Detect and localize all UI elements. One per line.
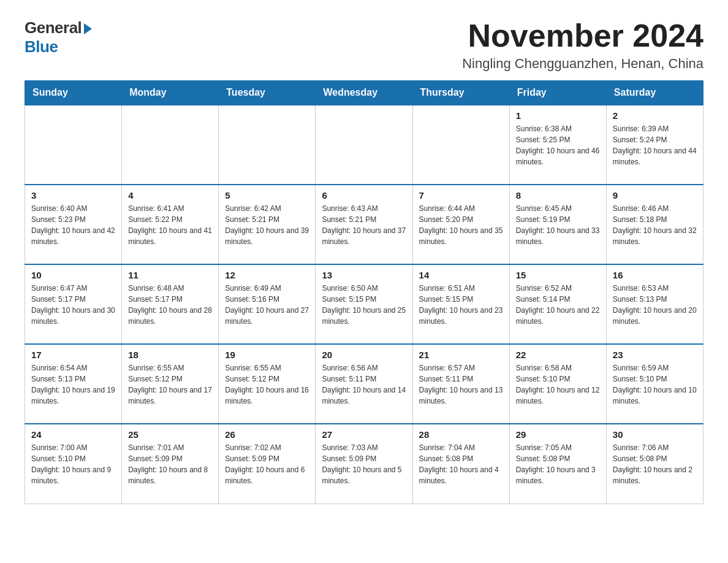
day-info: Sunrise: 7:05 AM Sunset: 5:08 PM Dayligh…: [516, 442, 600, 486]
title-area: November 2024 Ningling Chengguanzhen, He…: [462, 18, 703, 72]
calendar-cell: 29Sunrise: 7:05 AM Sunset: 5:08 PM Dayli…: [509, 424, 606, 504]
day-info: Sunrise: 6:41 AM Sunset: 5:22 PM Dayligh…: [128, 203, 212, 247]
calendar-cell: 4Sunrise: 6:41 AM Sunset: 5:22 PM Daylig…: [122, 185, 219, 264]
day-info: Sunrise: 7:01 AM Sunset: 5:09 PM Dayligh…: [128, 442, 212, 486]
day-number: 1: [516, 110, 600, 121]
day-info: Sunrise: 6:39 AM Sunset: 5:24 PM Dayligh…: [613, 123, 697, 167]
calendar-cell: 1Sunrise: 6:38 AM Sunset: 5:25 PM Daylig…: [509, 105, 606, 185]
day-info: Sunrise: 6:51 AM Sunset: 5:15 PM Dayligh…: [419, 283, 503, 327]
week-row-1: 1Sunrise: 6:38 AM Sunset: 5:25 PM Daylig…: [25, 105, 703, 185]
calendar-cell: 6Sunrise: 6:43 AM Sunset: 5:21 PM Daylig…: [316, 185, 412, 264]
day-info: Sunrise: 6:56 AM Sunset: 5:11 PM Dayligh…: [322, 362, 406, 407]
day-info: Sunrise: 6:47 AM Sunset: 5:17 PM Dayligh…: [31, 283, 115, 327]
calendar-cell: 7Sunrise: 6:44 AM Sunset: 5:20 PM Daylig…: [412, 185, 509, 264]
day-info: Sunrise: 6:40 AM Sunset: 5:23 PM Dayligh…: [31, 203, 115, 247]
day-number: 5: [225, 190, 309, 201]
calendar-cell: 27Sunrise: 7:03 AM Sunset: 5:09 PM Dayli…: [316, 424, 412, 504]
calendar-cell: 15Sunrise: 6:52 AM Sunset: 5:14 PM Dayli…: [509, 264, 606, 344]
calendar-cell: 25Sunrise: 7:01 AM Sunset: 5:09 PM Dayli…: [122, 424, 219, 504]
calendar-cell: [219, 105, 316, 185]
day-info: Sunrise: 6:48 AM Sunset: 5:17 PM Dayligh…: [128, 283, 212, 327]
day-number: 25: [128, 429, 212, 440]
logo-general-text: General: [25, 18, 82, 37]
calendar-cell: 20Sunrise: 6:56 AM Sunset: 5:11 PM Dayli…: [316, 344, 412, 424]
day-info: Sunrise: 7:02 AM Sunset: 5:09 PM Dayligh…: [225, 442, 309, 486]
calendar-cell: 24Sunrise: 7:00 AM Sunset: 5:10 PM Dayli…: [25, 424, 122, 504]
day-info: Sunrise: 7:00 AM Sunset: 5:10 PM Dayligh…: [31, 442, 115, 486]
day-number: 18: [128, 350, 212, 360]
week-row-2: 3Sunrise: 6:40 AM Sunset: 5:23 PM Daylig…: [25, 185, 703, 264]
weekday-header-tuesday: Tuesday: [219, 81, 316, 105]
calendar-cell: 22Sunrise: 6:58 AM Sunset: 5:10 PM Dayli…: [509, 344, 606, 424]
calendar-cell: 11Sunrise: 6:48 AM Sunset: 5:17 PM Dayli…: [122, 264, 219, 344]
day-info: Sunrise: 6:38 AM Sunset: 5:25 PM Dayligh…: [516, 123, 600, 167]
day-number: 12: [225, 270, 309, 280]
calendar-cell: 18Sunrise: 6:55 AM Sunset: 5:12 PM Dayli…: [122, 344, 219, 424]
week-row-5: 24Sunrise: 7:00 AM Sunset: 5:10 PM Dayli…: [25, 424, 703, 504]
day-info: Sunrise: 6:50 AM Sunset: 5:15 PM Dayligh…: [322, 283, 406, 327]
day-number: 30: [613, 429, 697, 440]
day-number: 13: [322, 270, 406, 280]
location-title: Ningling Chengguanzhen, Henan, China: [462, 56, 703, 72]
calendar-cell: 17Sunrise: 6:54 AM Sunset: 5:13 PM Dayli…: [25, 344, 122, 424]
day-info: Sunrise: 6:49 AM Sunset: 5:16 PM Dayligh…: [225, 283, 309, 327]
day-number: 24: [31, 429, 115, 440]
day-number: 8: [516, 190, 600, 201]
day-info: Sunrise: 6:45 AM Sunset: 5:19 PM Dayligh…: [516, 203, 600, 247]
day-info: Sunrise: 6:55 AM Sunset: 5:12 PM Dayligh…: [128, 362, 212, 407]
day-number: 10: [31, 270, 115, 280]
calendar-cell: [25, 105, 122, 185]
day-info: Sunrise: 6:42 AM Sunset: 5:21 PM Dayligh…: [225, 203, 309, 247]
day-number: 4: [128, 190, 212, 201]
calendar-cell: [122, 105, 219, 185]
day-info: Sunrise: 7:06 AM Sunset: 5:08 PM Dayligh…: [613, 442, 697, 486]
calendar-cell: 8Sunrise: 6:45 AM Sunset: 5:19 PM Daylig…: [509, 185, 606, 264]
day-number: 2: [613, 110, 697, 121]
day-number: 22: [516, 350, 600, 360]
weekday-header-monday: Monday: [122, 81, 219, 105]
header-area: General Blue November 2024 Ningling Chen…: [25, 18, 703, 72]
calendar-cell: [412, 105, 509, 185]
calendar-cell: 16Sunrise: 6:53 AM Sunset: 5:13 PM Dayli…: [606, 264, 703, 344]
day-number: 23: [613, 350, 697, 360]
calendar-cell: 13Sunrise: 6:50 AM Sunset: 5:15 PM Dayli…: [316, 264, 412, 344]
day-number: 20: [322, 350, 406, 360]
weekday-header-sunday: Sunday: [25, 81, 122, 105]
day-info: Sunrise: 6:58 AM Sunset: 5:10 PM Dayligh…: [516, 362, 600, 407]
day-info: Sunrise: 6:57 AM Sunset: 5:11 PM Dayligh…: [419, 362, 503, 407]
day-number: 15: [516, 270, 600, 280]
calendar-cell: 10Sunrise: 6:47 AM Sunset: 5:17 PM Dayli…: [25, 264, 122, 344]
day-number: 6: [322, 190, 406, 201]
weekday-header-row: SundayMondayTuesdayWednesdayThursdayFrid…: [25, 81, 703, 105]
calendar-cell: 23Sunrise: 6:59 AM Sunset: 5:10 PM Dayli…: [606, 344, 703, 424]
calendar-cell: 21Sunrise: 6:57 AM Sunset: 5:11 PM Dayli…: [412, 344, 509, 424]
day-info: Sunrise: 6:59 AM Sunset: 5:10 PM Dayligh…: [613, 362, 697, 407]
day-info: Sunrise: 7:04 AM Sunset: 5:08 PM Dayligh…: [419, 442, 503, 486]
day-number: 19: [225, 350, 309, 360]
day-number: 26: [225, 429, 309, 440]
day-number: 7: [419, 190, 503, 201]
day-number: 28: [419, 429, 503, 440]
day-number: 27: [322, 429, 406, 440]
calendar-cell: 3Sunrise: 6:40 AM Sunset: 5:23 PM Daylig…: [25, 185, 122, 264]
logo: General Blue: [25, 18, 92, 56]
calendar-cell: [316, 105, 412, 185]
day-number: 17: [31, 350, 115, 360]
day-number: 9: [613, 190, 697, 201]
calendar-table: SundayMondayTuesdayWednesdayThursdayFrid…: [25, 80, 703, 504]
calendar-cell: 28Sunrise: 7:04 AM Sunset: 5:08 PM Dayli…: [412, 424, 509, 504]
weekday-header-friday: Friday: [509, 81, 606, 105]
calendar-cell: 5Sunrise: 6:42 AM Sunset: 5:21 PM Daylig…: [219, 185, 316, 264]
day-number: 3: [31, 190, 115, 201]
day-info: Sunrise: 6:52 AM Sunset: 5:14 PM Dayligh…: [516, 283, 600, 327]
day-number: 21: [419, 350, 503, 360]
day-number: 29: [516, 429, 600, 440]
day-info: Sunrise: 6:43 AM Sunset: 5:21 PM Dayligh…: [322, 203, 406, 247]
logo-blue-text: Blue: [25, 37, 58, 56]
day-number: 16: [613, 270, 697, 280]
calendar-cell: 9Sunrise: 6:46 AM Sunset: 5:18 PM Daylig…: [606, 185, 703, 264]
day-number: 14: [419, 270, 503, 280]
day-number: 11: [128, 270, 212, 280]
calendar-cell: 2Sunrise: 6:39 AM Sunset: 5:24 PM Daylig…: [606, 105, 703, 185]
calendar-cell: 19Sunrise: 6:55 AM Sunset: 5:12 PM Dayli…: [219, 344, 316, 424]
